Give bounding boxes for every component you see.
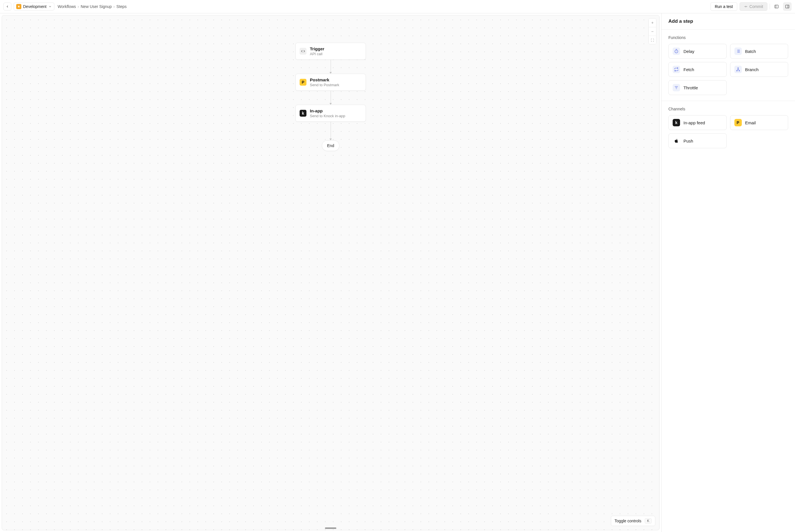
option-label: Branch	[745, 67, 759, 72]
apple-icon	[673, 137, 680, 145]
chevron-right-icon: ›	[113, 4, 115, 9]
option-label: Delay	[683, 49, 694, 54]
node-end[interactable]: End	[322, 140, 340, 151]
topbar: Development Workflows › New User Signup …	[0, 0, 795, 13]
zoom-in-button[interactable]	[649, 19, 656, 27]
svg-rect-5	[785, 5, 789, 8]
divider	[770, 4, 770, 10]
option-fetch[interactable]: Fetch	[668, 62, 727, 77]
svg-point-19	[738, 68, 738, 69]
toggle-controls-label: Toggle controls	[614, 519, 641, 523]
filter-icon	[673, 84, 680, 91]
node-postmark[interactable]: P Postmark Send to Postmark	[295, 74, 366, 91]
tree-icon	[734, 66, 742, 73]
end-label: End	[327, 144, 334, 148]
option-throttle[interactable]: Throttle	[668, 80, 727, 95]
node-trigger[interactable]: Trigger API call	[295, 43, 366, 60]
swap-icon	[673, 66, 680, 73]
option-label: Email	[745, 120, 756, 125]
node-title: Postmark	[310, 77, 339, 82]
edge	[329, 122, 332, 140]
sidebar-title: Add a step	[668, 19, 788, 24]
section-functions: Functions Delay Batch	[662, 30, 795, 101]
breadcrumb-workflows[interactable]: Workflows	[58, 4, 76, 9]
topbar-left: Development Workflows › New User Signup …	[3, 3, 127, 11]
svg-point-21	[739, 70, 739, 71]
plus-icon	[651, 21, 654, 24]
functions-heading: Functions	[668, 35, 788, 40]
zoom-controls	[648, 18, 657, 44]
node-subtitle: Send to Postmark	[310, 83, 339, 87]
option-delay[interactable]: Delay	[668, 44, 727, 59]
panel-right-button[interactable]	[783, 2, 792, 11]
zoom-out-button[interactable]	[649, 27, 656, 36]
keyboard-shortcut: K	[645, 518, 651, 524]
node-title: In-app	[310, 108, 345, 113]
node-text: Trigger API call	[310, 46, 324, 56]
node-subtitle: API call	[310, 52, 324, 56]
workflow-flow: Trigger API call P Postmark Send to Post…	[295, 43, 366, 151]
option-email[interactable]: P Email	[730, 115, 789, 130]
option-label: Fetch	[683, 67, 694, 72]
panel-left-icon	[774, 4, 779, 9]
option-label: Push	[683, 138, 693, 144]
chevron-right-icon: ›	[78, 4, 79, 9]
commit-icon	[744, 4, 748, 8]
option-batch[interactable]: Batch	[730, 44, 789, 59]
channels-heading: Channels	[668, 107, 788, 111]
svg-point-0	[745, 6, 746, 7]
panel-left-button[interactable]	[772, 2, 781, 11]
minus-icon	[651, 30, 654, 33]
functions-grid: Delay Batch Fetch	[668, 44, 788, 95]
edge	[329, 91, 332, 105]
node-subtitle: Send to Knock in-app	[310, 114, 345, 118]
option-label: In-app feed	[683, 120, 705, 125]
commit-label: Commit	[750, 4, 763, 9]
commit-button[interactable]: Commit	[739, 2, 768, 11]
postmark-icon: P	[734, 119, 742, 126]
chevron-down-icon	[49, 5, 52, 8]
option-label: Throttle	[683, 86, 698, 90]
node-text: In-app Send to Knock in-app	[310, 108, 345, 118]
main: Trigger API call P Postmark Send to Post…	[0, 13, 795, 532]
environment-badge-icon	[16, 4, 21, 9]
topbar-right: Run a test Commit	[711, 2, 792, 11]
back-button[interactable]	[3, 3, 12, 11]
breadcrumb-workflow-name[interactable]: New User Signup	[80, 4, 112, 9]
postmark-icon: P	[300, 79, 306, 86]
svg-rect-3	[775, 5, 778, 8]
list-icon	[734, 48, 742, 55]
canvas[interactable]: Trigger API call P Postmark Send to Post…	[2, 15, 660, 530]
edge	[329, 60, 332, 74]
channels-grid: k In-app feed P Email Push	[668, 115, 788, 148]
knock-icon: k	[300, 110, 306, 117]
option-branch[interactable]: Branch	[730, 62, 789, 77]
toggle-controls-button[interactable]: Toggle controls K	[611, 516, 655, 526]
option-inapp-feed[interactable]: k In-app feed	[668, 115, 727, 130]
sidebar-header: Add a step	[662, 13, 795, 30]
sidebar: Add a step Functions Delay Ba	[661, 13, 795, 532]
environment-selector[interactable]: Development	[14, 3, 54, 11]
section-channels: Channels k In-app feed P Email Push	[662, 101, 795, 154]
code-icon	[300, 48, 306, 55]
fit-view-button[interactable]	[649, 36, 656, 44]
node-title: Trigger	[310, 46, 324, 51]
knock-icon: k	[673, 119, 680, 126]
panel-right-icon	[785, 4, 790, 9]
option-label: Batch	[745, 49, 756, 54]
breadcrumb-steps[interactable]: Steps	[116, 4, 127, 9]
resize-handle[interactable]	[325, 528, 336, 529]
timer-icon	[673, 48, 680, 55]
option-push[interactable]: Push	[668, 133, 727, 148]
chevron-left-icon	[6, 5, 9, 8]
node-text: Postmark Send to Postmark	[310, 77, 339, 87]
breadcrumb: Workflows › New User Signup › Steps	[58, 4, 127, 9]
fullscreen-icon	[651, 38, 654, 42]
run-test-button[interactable]: Run a test	[711, 2, 737, 11]
node-inapp[interactable]: k In-app Send to Knock in-app	[295, 105, 366, 122]
run-test-label: Run a test	[715, 4, 733, 9]
environment-label: Development	[23, 4, 47, 9]
svg-point-20	[736, 70, 737, 71]
